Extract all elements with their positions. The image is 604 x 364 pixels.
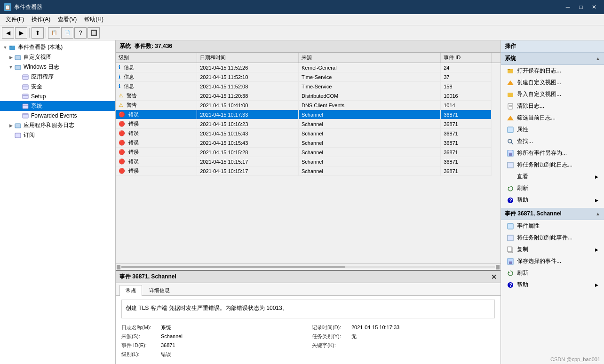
svg-rect-2 xyxy=(15,55,21,60)
tree-root[interactable]: ▼ 事件查看器 (本地) xyxy=(0,42,115,52)
action-save-all-events-icon xyxy=(507,150,514,157)
tree-item-application[interactable]: 应用程序 xyxy=(0,72,115,82)
table-row[interactable]: ℹ 信息 2021-04-15 11:52:10 Time-Service 37 xyxy=(116,72,501,82)
action-properties[interactable]: 属性 xyxy=(501,124,604,135)
toolbar-forward[interactable]: ▶ xyxy=(15,27,27,39)
table-row[interactable]: 🔴 错误 2021-04-15 10:15:43 Schannel 36871 xyxy=(116,138,501,148)
table-row[interactable]: ℹ 信息 2021-04-15 11:52:26 Kernel-General … xyxy=(116,63,501,72)
actions-event-header[interactable]: 事件 36871, Schannel ▲ xyxy=(501,208,604,220)
toolbar-up[interactable]: ⬆ xyxy=(32,27,44,39)
toolbar-extra[interactable]: 🔲 xyxy=(87,27,100,39)
events-section: 系统 事件数: 37,436 级别 日期和时间 来源 事件 ID xyxy=(116,40,501,270)
events-header: 系统 事件数: 37,436 xyxy=(116,40,501,53)
menu-help[interactable]: 帮助(H) xyxy=(80,15,107,24)
tree-windows-logs-icon xyxy=(14,63,22,71)
action-help2[interactable]: ? 帮助 ▶ xyxy=(501,279,604,291)
table-row[interactable]: 🔴 错误 2021-04-15 10:15:17 Schannel 36871 xyxy=(116,166,501,176)
action-help[interactable]: ? 帮助 ▶ xyxy=(501,194,604,206)
detail-titlebar: 事件 36871, Schannel ✕ xyxy=(116,271,501,283)
tree-item-security[interactable]: 安全 xyxy=(0,82,115,92)
system-section-chevron: ▲ xyxy=(596,56,600,61)
level-icon: 🔴 xyxy=(119,149,125,155)
tree-item-system[interactable]: 系统 xyxy=(0,101,115,111)
action-find-icon xyxy=(507,138,514,145)
cell-eventid: 37 xyxy=(441,72,492,82)
action-attach-task-icon xyxy=(507,161,514,169)
actions-main-title: 操作 xyxy=(505,42,516,50)
col-eventid[interactable]: 事件 ID xyxy=(441,53,492,63)
tree-item-custom-views[interactable]: ▶ 自定义视图 xyxy=(0,52,115,62)
action-copy[interactable]: 复制 ▶ xyxy=(501,244,604,255)
tree-item-app-service-logs[interactable]: ▶ 应用程序和服务日志 xyxy=(0,120,115,130)
table-row[interactable]: ⚠ 警告 2021-04-15 10:41:00 DNS Client Even… xyxy=(116,101,501,110)
action-save-all-events[interactable]: 将所有事件另存为... xyxy=(501,147,604,159)
level-text: 信息 xyxy=(124,83,134,89)
field-event-id-label: 事件 ID(E): xyxy=(121,342,159,349)
table-row[interactable]: 🔴 错误 2021-04-15 10:15:17 Schannel 36871 xyxy=(116,157,501,166)
svg-rect-17 xyxy=(508,69,510,70)
action-view[interactable]: 直看 ▶ xyxy=(501,171,604,182)
cell-eventid: 36871 xyxy=(441,166,492,176)
action-find[interactable]: 查找... xyxy=(501,135,604,147)
tab-general[interactable]: 常规 xyxy=(119,285,142,296)
toolbar-back[interactable]: ◀ xyxy=(2,27,14,39)
svg-point-25 xyxy=(508,139,512,143)
svg-rect-3 xyxy=(15,65,21,70)
maximize-button[interactable]: □ xyxy=(575,2,587,12)
cell-source: DistributedCOM xyxy=(298,91,440,101)
events-table: 级别 日期和时间 来源 事件 ID ℹ 信息 2021-04-15 11:52:… xyxy=(116,53,501,176)
col-source[interactable]: 来源 xyxy=(298,53,440,63)
action-refresh[interactable]: 刷新 xyxy=(501,182,604,194)
tree-item-windows-logs[interactable]: ▼ Windows 日志 xyxy=(0,62,115,72)
minimize-button[interactable]: ─ xyxy=(562,2,574,12)
cell-source: Schannel xyxy=(298,157,440,166)
tree-item-setup[interactable]: Setup xyxy=(0,92,115,101)
svg-rect-39 xyxy=(509,261,512,264)
col-datetime[interactable]: 日期和时间 xyxy=(197,53,299,63)
action-create-custom-view[interactable]: 创建自定义视图... xyxy=(501,77,604,88)
svg-rect-4 xyxy=(23,75,28,79)
table-row[interactable]: 🔴 错误 2021-04-15 10:16:23 Schannel 36871 xyxy=(116,119,501,129)
tree-root-toggle: ▼ xyxy=(2,44,8,51)
svg-rect-15 xyxy=(15,133,21,138)
action-clear-log[interactable]: 清除日志... xyxy=(501,100,604,112)
field-log-name-value: 系统 xyxy=(161,324,171,331)
detail-close-button[interactable]: ✕ xyxy=(491,274,497,280)
table-row[interactable]: ⚠ 警告 2021-04-15 11:20:38 DistributedCOM … xyxy=(116,91,501,101)
table-row[interactable]: ℹ 信息 2021-04-15 11:52:08 Time-Service 15… xyxy=(116,82,501,91)
actions-system-header[interactable]: 系统 ▲ xyxy=(501,53,604,65)
action-event-properties[interactable]: 事件属性 xyxy=(501,220,604,232)
events-table-container[interactable]: 级别 日期和时间 来源 事件 ID ℹ 信息 2021-04-15 11:52:… xyxy=(116,53,501,263)
action-import-custom-view[interactable]: 导入自定义视图... xyxy=(501,88,604,100)
tab-detail[interactable]: 详细信息 xyxy=(143,285,176,295)
action-save-selected-events[interactable]: 保存选择的事件... xyxy=(501,255,604,267)
table-row[interactable]: 🔴 错误 2021-04-15 10:15:43 Schannel 36871 xyxy=(116,129,501,138)
action-refresh2[interactable]: 刷新 xyxy=(501,267,604,279)
menu-action[interactable]: 操作(A) xyxy=(28,15,54,24)
svg-rect-14 xyxy=(15,124,21,128)
action-save-selected-events-icon xyxy=(507,258,514,265)
svg-rect-12 xyxy=(23,113,28,118)
col-level[interactable]: 级别 xyxy=(116,53,197,63)
detail-content: 创建 TLS 客户端 凭据时发生严重错误。内部错误状态为 10013。 日志名称… xyxy=(116,296,501,364)
table-row[interactable]: 🔴 错误 2021-04-15 10:17:33 Schannel 36871 xyxy=(116,110,501,119)
toolbar-help[interactable]: ? xyxy=(74,27,87,39)
close-button[interactable]: ✕ xyxy=(588,2,600,12)
detail-title: 事件 36871, Schannel xyxy=(119,273,176,281)
tree-security-icon xyxy=(22,83,29,91)
menu-file[interactable]: 文件(F) xyxy=(2,15,28,24)
center-panel: 系统 事件数: 37,436 级别 日期和时间 来源 事件 ID xyxy=(116,40,501,364)
toolbar-copy[interactable]: 📋 xyxy=(48,27,60,39)
cell-datetime: 2021-04-15 10:15:28 xyxy=(197,148,299,157)
action-open-saved-log[interactable]: 打开保存的日志... xyxy=(501,65,604,77)
table-row[interactable]: 🔴 错误 2021-04-15 10:15:28 Schannel 36871 xyxy=(116,148,501,157)
level-icon: ⚠ xyxy=(119,102,123,108)
tree-item-subscriptions[interactable]: 订阅 xyxy=(0,130,115,140)
action-attach-task[interactable]: 将任务附加到此日志... xyxy=(501,159,604,171)
svg-text:?: ? xyxy=(509,283,512,288)
action-filter-current-log[interactable]: 筛选当前日志... xyxy=(501,112,604,124)
tree-item-forwarded-events[interactable]: Forwarded Events xyxy=(0,111,115,120)
menu-view[interactable]: 查看(V) xyxy=(54,15,80,24)
action-attach-task-to-event[interactable]: 将任务附加到此事件... xyxy=(501,232,604,244)
toolbar-paste[interactable]: 📄 xyxy=(61,27,73,39)
